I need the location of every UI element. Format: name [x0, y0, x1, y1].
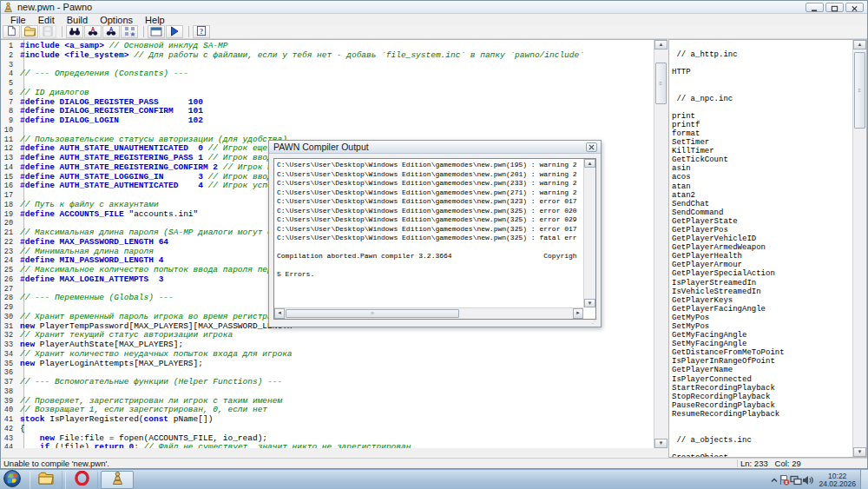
network-icon[interactable] — [790, 475, 802, 486]
function-list-item[interactable]: GetPlayerName — [672, 366, 852, 374]
scroll-up-icon[interactable]: ▲ — [853, 40, 866, 50]
taskbar-button-pawno[interactable] — [101, 471, 134, 489]
line-number: 32 — [1, 331, 20, 340]
dialog-hscroll-thumb[interactable]: ≡ — [286, 309, 459, 318]
function-list-item[interactable]: // a_npc.inc — [672, 95, 852, 103]
function-list-item[interactable]: IsPlayerStreamedIn — [672, 279, 852, 287]
function-list-item[interactable]: SetTimer — [672, 138, 852, 147]
dialog-title-bar[interactable]: PAWN Compiler Output — [269, 141, 601, 154]
function-list-item[interactable]: SetMyPos — [672, 322, 852, 331]
find-button[interactable] — [66, 25, 83, 38]
function-list-item[interactable]: ResumeRecordingPlayback — [672, 410, 852, 419]
function-list-item[interactable]: IsPlayerInRangeOfPoint — [672, 357, 852, 366]
dialog-horizontal-scrollbar[interactable]: ◄ ≡ ► — [274, 307, 583, 319]
scroll-left-icon[interactable]: ◄ — [274, 308, 285, 319]
line-number: 2 — [1, 51, 20, 61]
function-list-item[interactable]: StopRecordingPlayback — [672, 393, 852, 401]
find-next-button[interactable]: A — [84, 25, 102, 38]
code-line: 2#include <file_system> // Для работы с … — [1, 51, 654, 61]
line-number: 4 — [1, 69, 20, 79]
function-list-item[interactable]: format — [672, 129, 852, 138]
function-list-item[interactable]: GetDistanceFromMeToPoint — [672, 348, 852, 357]
function-list-item[interactable]: asin — [672, 164, 852, 173]
function-list-item[interactable]: SendChat — [672, 200, 852, 208]
volume-icon[interactable] — [802, 475, 813, 486]
line-number: 6 — [1, 89, 20, 98]
function-list-item[interactable]: GetPlayerHealth — [672, 252, 852, 261]
function-list-item[interactable]: GetMyFacingAngle — [672, 331, 852, 340]
function-list-item[interactable]: printf — [672, 121, 852, 129]
caption-buttons — [806, 3, 864, 12]
taskbar-button-opera[interactable] — [65, 471, 98, 489]
close-button[interactable] — [845, 3, 864, 12]
function-list-item[interactable]: PauseRecordingPlayback — [672, 401, 852, 410]
open-folder-button[interactable] — [21, 25, 38, 38]
function-list-item[interactable]: StartRecordingPlayback — [672, 384, 852, 393]
function-list-item[interactable]: // a_objects.inc — [672, 436, 852, 445]
function-list-item[interactable]: SetMyFacingAngle — [672, 340, 852, 348]
function-list-item[interactable]: SendCommand — [672, 208, 852, 217]
hidden-icons-chevron-icon[interactable] — [770, 477, 779, 484]
function-list-item[interactable]: GetPlayerSpecialAction — [672, 269, 852, 278]
function-list-item[interactable]: GetPlayerPos — [672, 226, 852, 235]
scroll-up-icon[interactable]: ▲ — [654, 40, 667, 50]
scroll-down-icon[interactable]: ▼ — [584, 299, 595, 307]
compiler-output-textarea[interactable]: C:\Users\User\Desktop\Windows Edition\ga… — [273, 158, 596, 320]
function-list-item[interactable]: atan — [672, 182, 852, 191]
line-number: 8 — [1, 107, 20, 116]
function-list-item[interactable]: IsVehicleStreamedIn — [672, 287, 852, 296]
dialog-vertical-scrollbar[interactable]: ▲ ▼ — [583, 159, 595, 307]
scroll-down-icon[interactable]: ▼ — [853, 447, 866, 457]
function-list-item[interactable]: GetPlayerState — [672, 217, 852, 226]
function-list-item[interactable]: GetPlayerFacingAngle — [672, 305, 852, 314]
compiler-output-line: C:\Users\User\Desktop\Windows Edition\ga… — [277, 225, 582, 235]
taskbar-button-explorer[interactable] — [30, 471, 62, 489]
function-list-item[interactable]: GetPlayerKeys — [672, 296, 852, 305]
scroll-up-icon[interactable]: ▲ — [584, 159, 595, 168]
title-bar[interactable]: new.pwn - Pawno — [1, 1, 867, 14]
function-list-item[interactable]: atan2 — [672, 191, 852, 200]
function-list-item[interactable]: KillTimer — [672, 147, 852, 155]
function-list-item[interactable]: print — [672, 112, 852, 121]
pawno-window: new.pwn - Pawno FileEditBuildOptionsHelp… — [0, 0, 868, 469]
maximize-button[interactable] — [825, 3, 844, 12]
goto-function-button[interactable] — [121, 25, 138, 38]
function-list-item[interactable]: GetPlayerVehicleID — [672, 235, 852, 243]
function-list-item[interactable]: GetPlayerArmour — [672, 261, 852, 269]
scroll-down-icon[interactable]: ▼ — [654, 439, 667, 448]
line-number: 23 — [1, 248, 20, 257]
function-list-item[interactable]: acos — [672, 173, 852, 182]
function-list-item[interactable]: GetMyPos — [672, 314, 852, 322]
taskbar-clock[interactable]: 10:22 24.02.2026 — [819, 472, 859, 488]
function-list-scrollbar[interactable]: ▲ ≡ ▼ — [852, 40, 866, 457]
dialog-close-button[interactable] — [586, 142, 597, 152]
toolbar: AA? — [1, 25, 867, 39]
editor-vertical-scrollbar[interactable]: ▲ ≡ ▼ — [654, 40, 667, 448]
start-button[interactable] — [3, 471, 21, 489]
new-file-button[interactable] — [3, 25, 20, 38]
action-center-flag-icon[interactable] — [779, 474, 790, 486]
minimize-icon — [811, 0, 819, 16]
scroll-right-icon[interactable]: ► — [573, 308, 583, 319]
function-list-scroll-thumb[interactable]: ≡ — [854, 52, 865, 129]
help-button[interactable]: ? — [193, 25, 210, 38]
function-list-item[interactable]: GetTickCount — [672, 155, 852, 164]
run-button[interactable] — [166, 25, 183, 38]
function-list-item[interactable]: // a_http.inc — [672, 50, 852, 59]
line-number: 34 — [1, 350, 20, 360]
function-list-blank — [672, 427, 852, 436]
line-number: 19 — [1, 210, 20, 220]
minimize-button[interactable] — [806, 3, 824, 12]
function-list-item[interactable]: CreateObject — [672, 453, 852, 457]
function-list-item[interactable]: IsPlayerConnected — [672, 375, 852, 384]
save-button[interactable] — [39, 25, 56, 38]
function-list-item[interactable]: HTTP — [672, 68, 852, 76]
compiler-output-line: C:\Users\User\Desktop\Windows Edition\ga… — [277, 234, 582, 243]
function-list-item[interactable]: GetPlayerArmedWeapon — [672, 243, 852, 252]
show-desktop-button[interactable] — [860, 470, 868, 489]
dialog-resize-grip[interactable]: ⋰ — [589, 316, 600, 326]
compiler-settings-button[interactable] — [148, 25, 165, 38]
line-number: 7 — [1, 98, 20, 108]
replace-button[interactable]: A — [102, 25, 120, 38]
editor-vscroll-thumb[interactable]: ≡ — [655, 63, 667, 104]
